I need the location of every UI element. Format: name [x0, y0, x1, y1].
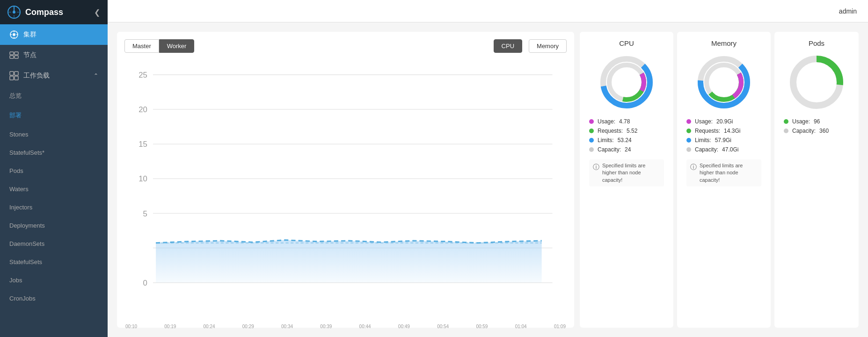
sidebar-item-statefulsets[interactable]: StatefulSets — [0, 253, 108, 271]
cpu-requests-legend: Requests: 5.52 — [589, 128, 664, 134]
compass-logo-icon — [7, 6, 21, 19]
svg-rect-20 — [15, 76, 18, 80]
cpu-requests-value: 5.52 — [627, 128, 637, 134]
sidebar-item-cronjobs-label: CronJobs — [9, 295, 36, 302]
chart-panel: Master Worker CPU Memory — [117, 32, 574, 328]
svg-point-7 — [13, 33, 15, 36]
sidebar-item-waters-label: Waters — [9, 186, 29, 193]
sidebar-item-deployments-sub[interactable]: 部署 — [0, 106, 108, 125]
sidebar-item-workload[interactable]: 工作负载 ⌃ — [0, 65, 108, 86]
sidebar-item-statefulsets-label: StatefulSets — [9, 258, 42, 265]
cpu-usage-label: Usage: — [598, 118, 615, 125]
sidebar-item-cluster-label: 集群 — [23, 30, 36, 39]
memory-requests-value: 14.3Gi — [724, 128, 740, 134]
memory-capacity-dot — [686, 147, 691, 152]
cpu-panel-title: CPU — [619, 39, 634, 47]
memory-capacity-value: 47.0Gi — [722, 146, 738, 153]
cpu-limits-value: 53.24 — [618, 137, 632, 143]
sidebar-header-left: Compass — [7, 6, 63, 19]
cpu-usage-value: 4.78 — [619, 118, 630, 125]
sidebar-item-cronjobs[interactable]: CronJobs — [0, 289, 108, 308]
sidebar-item-stones-label: Stones — [9, 131, 28, 138]
sidebar-item-deployments[interactable]: Deployments — [0, 216, 108, 235]
sidebar-item-overview-label: 总览 — [9, 92, 22, 100]
memory-usage-legend: Usage: 20.9Gi — [686, 118, 761, 125]
cpu-usage-dot — [589, 119, 594, 124]
worker-filter-button[interactable]: Worker — [159, 39, 195, 53]
pods-capacity-legend: Capacity: 360 — [784, 128, 849, 134]
master-filter-button[interactable]: Master — [124, 39, 159, 53]
cpu-requests-dot — [589, 129, 594, 133]
svg-text:5: 5 — [143, 209, 147, 218]
memory-panel-title: Memory — [711, 39, 737, 47]
nodes-icon — [9, 50, 19, 60]
pods-usage-legend: Usage: 96 — [784, 118, 849, 125]
memory-requests-legend: Requests: 14.3Gi — [686, 128, 761, 134]
cpu-requests-label: Requests: — [598, 128, 623, 134]
chart-svg: 25 20 15 10 5 0 — [124, 60, 567, 320]
cpu-capacity-dot — [589, 147, 594, 152]
sidebar-item-waters[interactable]: Waters — [0, 180, 108, 198]
svg-text:15: 15 — [139, 140, 147, 149]
pods-panel-title: Pods — [809, 39, 824, 47]
svg-text:25: 25 — [139, 71, 147, 79]
memory-limits-dot — [686, 138, 691, 143]
svg-rect-15 — [15, 52, 18, 55]
sidebar-item-daemonsets[interactable]: DaemonSets — [0, 235, 108, 253]
memory-capacity-legend: Capacity: 47.0Gi — [686, 146, 761, 153]
pods-usage-value: 96 — [814, 118, 820, 125]
sidebar-item-injectors[interactable]: Injectors — [0, 198, 108, 216]
cpu-capacity-label: Capacity: — [598, 146, 621, 153]
memory-limits-label: Limits: — [695, 137, 711, 143]
memory-warning-box: ⓘ Specified limits are higher than node … — [686, 159, 761, 186]
sidebar-item-jobs-label: Jobs — [9, 277, 22, 284]
sidebar-item-statefulsets-star[interactable]: StatefulSets* — [0, 143, 108, 162]
sidebar-collapse-button[interactable]: ❮ — [94, 8, 100, 17]
svg-rect-17 — [10, 72, 14, 75]
pods-capacity-label: Capacity: — [792, 128, 816, 134]
chart-toolbar: Master Worker CPU Memory — [124, 39, 567, 53]
cpu-type-button[interactable]: CPU — [494, 39, 522, 53]
memory-donut-panel: Memory Usage: 20.9Gi — [677, 32, 771, 328]
cpu-limits-label: Limits: — [598, 137, 614, 143]
cpu-capacity-value: 24 — [625, 146, 631, 153]
cpu-donut-chart — [596, 52, 657, 113]
memory-usage-value: 20.9Gi — [716, 118, 733, 125]
svg-rect-18 — [15, 72, 18, 75]
sidebar-item-nodes[interactable]: 节点 — [0, 45, 108, 65]
sidebar-item-pods[interactable]: Pods — [0, 162, 108, 180]
donut-panels: CPU Usage: — [580, 32, 859, 328]
sidebar-item-injectors-label: Injectors — [9, 204, 32, 211]
memory-capacity-label: Capacity: — [695, 146, 718, 153]
x-axis-labels: 00:10 00:19 00:24 00:29 00:34 00:39 00:4… — [124, 324, 567, 329]
pods-capacity-dot — [784, 129, 788, 133]
workload-icon — [9, 71, 19, 80]
sidebar-item-daemonsets-label: DaemonSets — [9, 240, 44, 247]
cpu-warning-box: ⓘ Specified limits are higher than node … — [589, 159, 664, 186]
svg-text:0: 0 — [143, 279, 147, 287]
sidebar-item-jobs[interactable]: Jobs — [0, 271, 108, 289]
cpu-capacity-legend: Capacity: 24 — [589, 146, 664, 153]
sidebar-item-overview[interactable]: 总览 — [0, 86, 108, 106]
main-content: admin Master Worker CPU Memory — [108, 0, 868, 337]
sidebar-item-nodes-label: 节点 — [23, 51, 36, 59]
memory-requests-label: Requests: — [695, 128, 720, 134]
memory-warning-text: Specified limits are higher than node ca… — [700, 162, 758, 184]
sidebar-item-stones[interactable]: Stones — [0, 125, 108, 143]
svg-rect-19 — [10, 76, 14, 80]
sidebar-item-workload-label: 工作负载 — [23, 72, 50, 80]
pods-usage-dot — [784, 119, 788, 124]
memory-type-button[interactable]: Memory — [529, 39, 567, 53]
user-label: admin — [839, 7, 857, 15]
sidebar-item-statefulsets-star-label: StatefulSets* — [9, 149, 44, 156]
memory-usage-label: Usage: — [695, 118, 713, 125]
chart-area: 25 20 15 10 5 0 — [124, 60, 567, 320]
sidebar-item-pods-label: Pods — [9, 167, 23, 174]
cpu-limits-dot — [589, 138, 594, 143]
workload-arrow-icon: ⌃ — [94, 72, 98, 79]
memory-limits-value: 57.9Gi — [715, 137, 731, 143]
app-title: Compass — [25, 7, 63, 17]
svg-rect-13 — [10, 52, 14, 55]
svg-text:10: 10 — [139, 174, 147, 183]
sidebar-item-cluster[interactable]: 集群 — [0, 24, 108, 45]
